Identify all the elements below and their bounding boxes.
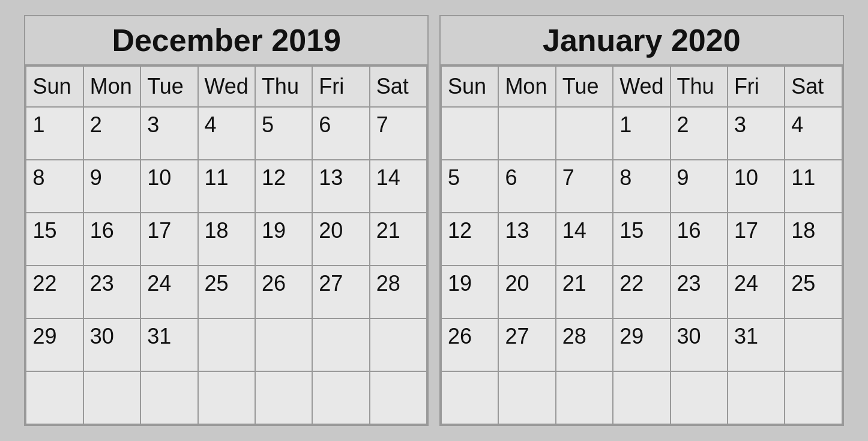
day-header: Mon bbox=[84, 65, 141, 108]
day-cell bbox=[313, 372, 370, 425]
day-cell bbox=[256, 372, 313, 425]
calendars-wrapper: December 2019 SunMonTueWedThuFriSat12345… bbox=[18, 9, 849, 432]
calendar-gap bbox=[429, 15, 439, 426]
day-cell bbox=[199, 319, 256, 372]
december-title: December 2019 bbox=[25, 16, 427, 65]
day-cell: 30 bbox=[84, 319, 141, 372]
day-cell: 29 bbox=[613, 319, 671, 372]
day-header: Wed bbox=[613, 65, 671, 108]
day-cell bbox=[84, 372, 141, 425]
day-header: Fri bbox=[313, 65, 370, 108]
day-cell: 31 bbox=[728, 319, 785, 372]
day-cell bbox=[556, 372, 613, 425]
day-cell: 28 bbox=[370, 266, 427, 319]
day-cell: 22 bbox=[613, 266, 671, 319]
day-cell bbox=[671, 372, 728, 425]
january-title: January 2020 bbox=[441, 16, 843, 65]
day-cell: 11 bbox=[199, 160, 256, 213]
day-cell bbox=[613, 372, 671, 425]
day-cell: 18 bbox=[199, 213, 256, 266]
day-cell: 21 bbox=[556, 266, 613, 319]
december-grid: SunMonTueWedThuFriSat1234567891011121314… bbox=[25, 65, 427, 425]
day-cell: 29 bbox=[26, 319, 83, 372]
day-cell: 2 bbox=[84, 108, 141, 160]
day-cell: 7 bbox=[370, 108, 427, 160]
day-cell: 20 bbox=[499, 266, 556, 319]
day-cell: 31 bbox=[141, 319, 198, 372]
day-cell bbox=[199, 372, 256, 425]
day-cell: 12 bbox=[256, 160, 313, 213]
day-cell: 28 bbox=[556, 319, 613, 372]
day-cell bbox=[785, 319, 842, 372]
day-header: Fri bbox=[728, 65, 785, 108]
day-cell: 9 bbox=[671, 160, 728, 213]
day-cell: 16 bbox=[84, 213, 141, 266]
day-cell: 16 bbox=[671, 213, 728, 266]
day-cell: 10 bbox=[141, 160, 198, 213]
day-cell: 13 bbox=[313, 160, 370, 213]
day-cell: 6 bbox=[313, 108, 370, 160]
day-cell: 20 bbox=[313, 213, 370, 266]
day-cell bbox=[442, 372, 499, 425]
day-cell: 14 bbox=[370, 160, 427, 213]
day-cell: 7 bbox=[556, 160, 613, 213]
day-cell: 23 bbox=[671, 266, 728, 319]
day-header: Tue bbox=[141, 65, 198, 108]
day-cell: 11 bbox=[785, 160, 842, 213]
day-cell bbox=[499, 372, 556, 425]
january-grid: SunMonTueWedThuFriSat1234567891011121314… bbox=[441, 65, 843, 425]
day-header: Sun bbox=[442, 65, 499, 108]
day-cell: 10 bbox=[728, 160, 785, 213]
day-cell bbox=[499, 108, 556, 160]
day-header: Thu bbox=[671, 65, 728, 108]
day-cell: 22 bbox=[26, 266, 83, 319]
day-cell bbox=[370, 319, 427, 372]
day-cell: 30 bbox=[671, 319, 728, 372]
day-cell: 25 bbox=[199, 266, 256, 319]
january-calendar: January 2020 SunMonTueWedThuFriSat123456… bbox=[439, 15, 844, 426]
day-cell: 8 bbox=[613, 160, 671, 213]
day-cell: 5 bbox=[442, 160, 499, 213]
day-cell: 13 bbox=[499, 213, 556, 266]
day-cell bbox=[313, 319, 370, 372]
day-cell: 17 bbox=[141, 213, 198, 266]
day-cell bbox=[728, 372, 785, 425]
day-cell bbox=[785, 372, 842, 425]
day-header: Mon bbox=[499, 65, 556, 108]
day-cell bbox=[370, 372, 427, 425]
day-cell: 8 bbox=[26, 160, 83, 213]
day-cell: 21 bbox=[370, 213, 427, 266]
day-cell: 26 bbox=[442, 319, 499, 372]
december-calendar: December 2019 SunMonTueWedThuFriSat12345… bbox=[24, 15, 429, 426]
day-cell: 25 bbox=[785, 266, 842, 319]
day-cell: 27 bbox=[313, 266, 370, 319]
day-cell: 24 bbox=[728, 266, 785, 319]
day-cell: 15 bbox=[26, 213, 83, 266]
day-cell: 27 bbox=[499, 319, 556, 372]
day-cell: 1 bbox=[613, 108, 671, 160]
day-cell: 1 bbox=[26, 108, 83, 160]
day-cell: 17 bbox=[728, 213, 785, 266]
day-cell bbox=[556, 108, 613, 160]
day-cell: 3 bbox=[728, 108, 785, 160]
day-cell: 14 bbox=[556, 213, 613, 266]
day-cell: 5 bbox=[256, 108, 313, 160]
day-header: Sat bbox=[785, 65, 842, 108]
day-cell: 23 bbox=[84, 266, 141, 319]
day-cell bbox=[256, 319, 313, 372]
day-cell: 6 bbox=[499, 160, 556, 213]
day-cell: 12 bbox=[442, 213, 499, 266]
day-header: Tue bbox=[556, 65, 613, 108]
day-header: Sat bbox=[370, 65, 427, 108]
day-cell: 19 bbox=[256, 213, 313, 266]
day-cell: 15 bbox=[613, 213, 671, 266]
day-cell: 18 bbox=[785, 213, 842, 266]
day-cell: 3 bbox=[141, 108, 198, 160]
day-header: Thu bbox=[256, 65, 313, 108]
day-header: Sun bbox=[26, 65, 83, 108]
day-cell bbox=[141, 372, 198, 425]
day-cell: 2 bbox=[671, 108, 728, 160]
day-cell: 19 bbox=[442, 266, 499, 319]
day-cell: 9 bbox=[84, 160, 141, 213]
day-cell: 24 bbox=[141, 266, 198, 319]
